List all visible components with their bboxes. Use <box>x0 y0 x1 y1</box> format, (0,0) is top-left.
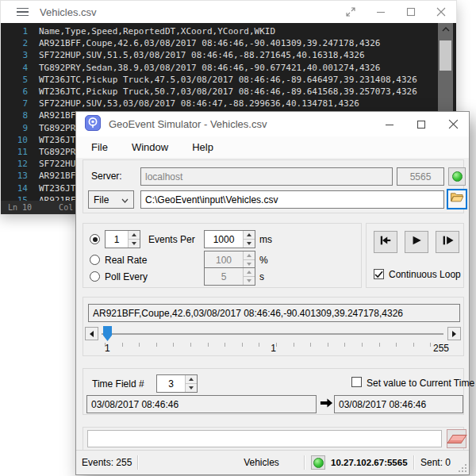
close-icon[interactable] <box>426 2 456 22</box>
code-line: 7SF722HUP,SUV,53,03/08/2017 08:46:47,-88… <box>1 98 456 109</box>
interval-unit-label: ms <box>259 234 272 245</box>
maximize-icon[interactable] <box>405 113 437 136</box>
code-line: 1Name,Type,Speed,ReportedDT,XCoord,YCoor… <box>1 25 456 37</box>
server-label: Server: <box>91 171 122 182</box>
menu-window[interactable]: Window <box>120 138 180 156</box>
open-file-button[interactable] <box>447 189 467 209</box>
spinner-arrows[interactable] <box>243 231 255 248</box>
line-number: 8 <box>1 109 36 121</box>
menu-help[interactable]: Help <box>180 138 225 156</box>
events-count-status: Events: 255 <box>82 451 132 474</box>
line-number: 2 <box>1 37 36 49</box>
connection-status: 10.27.102.67:5565 <box>311 451 408 474</box>
status-separator <box>304 455 305 470</box>
scroll-up-icon[interactable] <box>438 23 453 36</box>
line-number: 14 <box>1 182 36 194</box>
editor-window-controls <box>336 2 456 22</box>
event-slider-track[interactable] <box>102 333 443 335</box>
poll-value: 5 <box>205 268 243 285</box>
events-per-radio[interactable] <box>90 234 100 244</box>
spinner-arrows[interactable] <box>185 375 197 392</box>
continuous-loop-checkbox[interactable] <box>374 269 384 279</box>
dropdown-chevron-icon <box>121 194 129 205</box>
connect-button[interactable] <box>448 167 466 186</box>
poll-every-radio[interactable] <box>90 271 100 282</box>
hamburger-icon[interactable] <box>17 8 29 17</box>
events-count-spinner[interactable]: 1 <box>105 230 140 248</box>
line-number: 6 <box>1 86 36 98</box>
resize-grip-icon[interactable] <box>459 464 466 472</box>
line-text: SF722HU <box>39 158 75 170</box>
time-field-value: 3 <box>157 375 185 392</box>
slider-min-label: 1 <box>105 343 110 354</box>
line-text: AR921BF <box>39 194 75 201</box>
real-rate-radio[interactable] <box>90 255 100 265</box>
skip-to-start-button[interactable] <box>374 231 397 253</box>
simulator-titlebar: GeoEvent Simulator - Vehicles.csv <box>76 112 469 136</box>
time-from-input[interactable] <box>86 395 317 413</box>
playback-group: Continuous Loop <box>366 223 464 288</box>
time-field-group: Time Field # 3 Set value to Current Time <box>83 368 464 415</box>
real-rate-value: 100 <box>205 251 243 268</box>
line-number: 9 <box>1 122 36 134</box>
line-number: 4 <box>1 62 36 74</box>
scrollbar-thumb[interactable] <box>440 40 451 71</box>
file-path-input[interactable] <box>140 190 444 209</box>
current-event-textbox[interactable] <box>88 304 460 322</box>
code-line: 6WT236JTC,Pickup Truck,50.7,03/08/2017 0… <box>1 86 456 98</box>
events-count-value: 1 <box>106 231 128 248</box>
line-number: 10 <box>1 134 36 146</box>
step-forward-button[interactable] <box>436 231 459 253</box>
event-slider-thumb[interactable] <box>103 326 112 341</box>
spinner-arrows[interactable] <box>128 231 140 248</box>
status-led-icon <box>311 455 325 470</box>
interval-value: 1000 <box>205 231 243 248</box>
simulator-statusbar: Events: 255 Vehicles 10.27.102.67:5565 S… <box>76 450 469 474</box>
interval-spinner[interactable]: 1000 <box>204 230 255 248</box>
editor-title: Vehicles.csv <box>40 6 336 18</box>
progress-group <box>83 427 464 451</box>
line-text: AR921BF <box>39 170 75 182</box>
real-rate-spinner[interactable]: 100 <box>204 251 255 269</box>
status-separator <box>413 455 415 470</box>
menu-bar: File Window Help <box>76 136 469 158</box>
minimize-icon[interactable] <box>374 113 405 136</box>
skip-to-start-icon <box>378 234 393 250</box>
clear-button[interactable] <box>447 429 466 448</box>
slider-left-arrow-icon[interactable] <box>85 327 98 340</box>
eraser-icon <box>447 435 466 443</box>
server-host-input[interactable] <box>140 167 393 186</box>
real-rate-label: Real Rate <box>105 255 147 266</box>
line-number: 1 <box>1 25 36 37</box>
time-to-input[interactable] <box>334 395 463 413</box>
maximize-icon[interactable] <box>396 2 426 22</box>
line-text: WT236JT <box>39 182 75 194</box>
line-number: 13 <box>1 170 36 182</box>
line-text: WT236JTC,Pickup Truck,50.7,03/08/2017 08… <box>39 86 417 98</box>
slider-ticks <box>105 343 432 347</box>
line-text: SF722HUP,SUV,53,03/08/2017 08:46:47,-88.… <box>39 98 359 109</box>
time-field-spinner[interactable]: 3 <box>156 374 198 393</box>
step-forward-icon <box>440 234 455 250</box>
close-icon[interactable] <box>437 113 469 136</box>
expand-icon[interactable] <box>336 2 366 22</box>
connect-led-icon <box>452 171 463 182</box>
spinner-arrows <box>243 251 255 268</box>
line-number: 15 <box>1 194 36 201</box>
code-line: 5WT236JTC,Pickup Truck,47.5,03/08/2017 0… <box>1 74 456 86</box>
menu-file[interactable]: File <box>79 138 120 156</box>
server-port-input[interactable] <box>397 167 444 186</box>
line-number: 12 <box>1 158 36 170</box>
sent-count-status: Sent: 0 <box>420 451 451 474</box>
column-indicator: Col <box>59 203 73 212</box>
poll-spinner[interactable]: 5 <box>204 267 255 286</box>
continuous-loop-label: Continuous Loop <box>389 269 461 280</box>
code-line: 4TG892PRY,Sedan,38.9,03/08/2017 08:46:46… <box>1 62 456 74</box>
set-current-time-checkbox[interactable] <box>351 377 362 387</box>
source-type-value: File <box>94 194 109 205</box>
slider-right-arrow-icon[interactable] <box>447 327 461 340</box>
line-number: 7 <box>1 98 36 109</box>
play-button[interactable] <box>405 231 428 253</box>
minimize-icon[interactable] <box>366 2 396 22</box>
source-type-dropdown[interactable]: File <box>88 190 134 209</box>
